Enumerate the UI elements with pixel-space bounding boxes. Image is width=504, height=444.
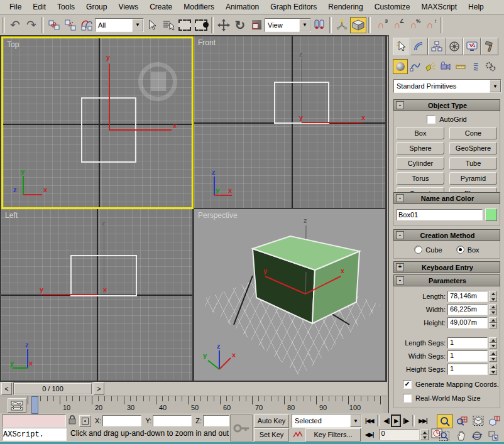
zoom-extents-icon[interactable] xyxy=(471,414,486,427)
dropdown-arrow-icon[interactable]: ▼ xyxy=(299,19,310,31)
absolute-mode-transform-icon[interactable] xyxy=(79,415,91,427)
y-coordinate-field[interactable] xyxy=(153,415,192,426)
space-warps-icon[interactable]: ≈≈ xyxy=(468,59,483,74)
unlink-selection-icon[interactable] xyxy=(62,17,79,33)
select-object-icon[interactable] xyxy=(144,17,160,33)
viewport-left[interactable]: Left z y x z y x xyxy=(1,209,192,381)
z-coordinate-field[interactable] xyxy=(203,415,229,426)
reference-coordinate-dropdown[interactable]: View ▼ xyxy=(265,18,311,32)
tab-motion[interactable] xyxy=(446,38,463,55)
menu-help[interactable]: Help xyxy=(463,1,490,13)
object-type-button-pyramid[interactable]: Pyramid xyxy=(449,172,497,185)
window-crossing-toggle-icon[interactable] xyxy=(193,17,209,33)
key-filters-button[interactable]: Key Filters... xyxy=(305,428,361,441)
object-type-button-box[interactable]: Box xyxy=(397,127,444,139)
tab-utilities[interactable] xyxy=(481,38,498,55)
time-slider-button[interactable]: 0 / 100 xyxy=(14,383,92,394)
open-mini-curve-editor-button[interactable] xyxy=(8,398,26,413)
maxscript-mini-listener[interactable]: AXScript. xyxy=(2,428,67,441)
rollout-name-color-header[interactable]: - Name and Color xyxy=(393,192,500,204)
default-in-out-tangents-icon[interactable] xyxy=(292,429,304,441)
systems-icon[interactable] xyxy=(483,59,498,74)
time-slider-prev-button[interactable]: < xyxy=(1,382,12,395)
parameter-value-field[interactable]: 49,007m xyxy=(447,317,488,328)
object-color-swatch[interactable] xyxy=(485,208,497,221)
go-to-end-icon[interactable]: ▶▶| xyxy=(417,414,429,427)
snaps-toggle-icon[interactable]: ∩3 xyxy=(373,17,389,33)
rectangular-selection-region-icon[interactable] xyxy=(177,17,193,33)
real-world-map-size-checkbox[interactable]: ✓ xyxy=(403,394,412,403)
autogrid-checkbox[interactable]: ✓ xyxy=(427,115,436,124)
menu-maxscript[interactable]: MAXScript xyxy=(415,1,463,13)
selected-filter-dropdown[interactable]: Selected ▼ xyxy=(292,414,362,428)
object-type-button-cone[interactable]: Cone xyxy=(449,127,497,139)
time-slider-track[interactable]: 0 / 100 xyxy=(13,382,92,395)
keyboard-shortcut-override-toggle-icon[interactable] xyxy=(350,17,366,33)
object-type-button-tube[interactable]: Tube xyxy=(449,157,497,170)
menu-file[interactable]: File xyxy=(4,1,27,13)
rollout-parameters-header[interactable]: - Parameters xyxy=(393,274,500,286)
select-and-move-icon[interactable] xyxy=(216,17,232,33)
key-mode-toggle-icon[interactable]: ◀▶| xyxy=(363,428,375,441)
zoom-extents-all-icon[interactable] xyxy=(487,414,502,427)
parameter-spinner[interactable] xyxy=(489,337,497,349)
arc-rotate-icon[interactable] xyxy=(469,430,485,442)
set-key-button[interactable]: Set Key xyxy=(254,428,289,441)
parameter-spinner[interactable] xyxy=(489,364,497,375)
menu-customize[interactable]: Customize xyxy=(369,1,416,13)
zoom-region-icon[interactable] xyxy=(437,430,452,442)
cameras-icon[interactable] xyxy=(438,59,453,74)
parameter-spinner[interactable] xyxy=(489,317,497,328)
tab-hierarchy[interactable] xyxy=(428,38,446,55)
percent-snap-toggle-icon[interactable]: ∩% xyxy=(405,17,422,33)
menu-modifiers[interactable]: Modifiers xyxy=(178,1,220,13)
parameter-spinner[interactable] xyxy=(489,304,497,315)
previous-frame-icon[interactable]: ◀|| xyxy=(381,414,391,427)
x-coordinate-field[interactable] xyxy=(102,415,141,426)
tab-modify[interactable] xyxy=(410,38,428,55)
track-bar-ruler[interactable]: 0102030405060708090100 xyxy=(28,396,383,413)
collapse-icon[interactable]: - xyxy=(396,194,404,202)
primitives-category-dropdown[interactable]: Standard Primitives ▼ xyxy=(393,79,501,93)
dropdown-arrow-icon[interactable]: ▼ xyxy=(490,80,501,92)
parameter-value-field[interactable]: 66,225m xyxy=(447,304,488,315)
geometry-icon[interactable] xyxy=(393,59,408,74)
menu-group[interactable]: Group xyxy=(80,1,112,13)
collapse-icon[interactable]: - xyxy=(396,101,404,109)
collapse-icon[interactable]: - xyxy=(396,276,404,284)
pan-icon[interactable] xyxy=(453,430,468,442)
parameter-spinner[interactable] xyxy=(489,291,497,302)
helpers-icon[interactable] xyxy=(453,59,468,74)
tab-display[interactable] xyxy=(463,38,481,55)
menu-animation[interactable]: Animation xyxy=(220,1,265,13)
object-type-button-sphere[interactable]: Sphere xyxy=(397,142,444,154)
box-radio[interactable] xyxy=(456,246,464,254)
current-frame-field[interactable]: 0 xyxy=(379,429,419,440)
lights-icon[interactable] xyxy=(423,59,438,74)
expand-icon[interactable]: + xyxy=(396,263,404,271)
menu-rendering[interactable]: Rendering xyxy=(322,1,368,13)
select-and-manipulate-icon[interactable] xyxy=(334,17,350,33)
collapse-icon[interactable]: - xyxy=(396,231,404,239)
undo-icon[interactable]: ↶ xyxy=(7,17,23,33)
menu-edit[interactable]: Edit xyxy=(27,1,52,13)
selection-filter-dropdown[interactable]: All ▼ xyxy=(95,18,144,32)
viewport-top[interactable]: Top y x y z x xyxy=(1,36,194,209)
select-and-link-icon[interactable] xyxy=(46,17,62,33)
viewport-perspective[interactable]: Perspective y x z z x xyxy=(194,209,385,381)
object-name-input[interactable]: Box01 xyxy=(397,209,483,220)
object-type-button-cylinder[interactable]: Cylinder xyxy=(397,157,444,170)
zoom-icon[interactable] xyxy=(437,414,453,428)
selection-lock-toggle-icon[interactable] xyxy=(68,414,77,427)
object-type-button-torus[interactable]: Torus xyxy=(397,172,444,185)
shapes-icon[interactable] xyxy=(408,59,423,74)
parameter-value-field[interactable]: 1 xyxy=(447,364,488,375)
spinner-snap-toggle-icon[interactable]: ∩↕ xyxy=(422,17,438,33)
menu-views[interactable]: Views xyxy=(112,1,144,13)
menu-create[interactable]: Create xyxy=(144,1,178,13)
parameter-value-field[interactable]: 78,146m xyxy=(447,291,488,302)
rollout-keyboard-entry-header[interactable]: + Keyboard Entry xyxy=(393,261,500,273)
rollout-creation-method-header[interactable]: - Creation Method xyxy=(393,229,500,241)
time-slider-next-button[interactable]: > xyxy=(94,382,104,395)
zoom-all-icon[interactable] xyxy=(454,414,469,427)
